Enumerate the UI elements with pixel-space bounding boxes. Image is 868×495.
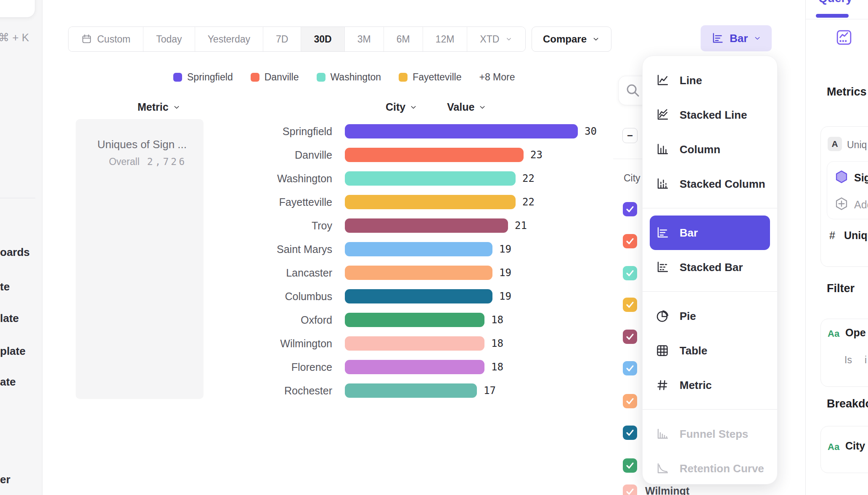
bar-value-label: 22 xyxy=(522,172,535,185)
city-checkbox[interactable] xyxy=(623,484,637,495)
legend-item-springfield[interactable]: Springfield xyxy=(173,72,233,83)
search-card[interactable] xyxy=(0,0,35,18)
bar-category-label: Springfield xyxy=(202,125,332,138)
sidebar-item-te[interactable]: te xyxy=(0,280,10,293)
date-range-segmented-control: CustomTodayYesterday7D30D3M6M12MXTD xyxy=(68,27,526,52)
bar-fayetteville[interactable] xyxy=(345,195,516,209)
event-card[interactable]: Sig Add xyxy=(827,161,868,219)
panel-divider xyxy=(806,19,868,19)
bar-troy[interactable] xyxy=(345,218,508,233)
bar-value-label: 30 xyxy=(585,125,597,138)
column-header-value[interactable]: Value xyxy=(447,101,487,113)
menu-item-stacked-bar[interactable]: Stacked Bar xyxy=(643,250,777,285)
range-3m[interactable]: 3M xyxy=(344,27,384,51)
filter-op: Is xyxy=(844,354,852,366)
menu-item-stacked-line[interactable]: Stacked Line xyxy=(643,98,777,132)
menu-item-column[interactable]: Column xyxy=(643,132,777,167)
sidebar-item-oards[interactable]: oards xyxy=(0,246,30,259)
compare-button[interactable]: Compare xyxy=(532,27,611,52)
add-event-icon[interactable] xyxy=(834,196,849,211)
range-label: 7D xyxy=(276,34,288,45)
bar-value-label: 19 xyxy=(499,290,511,303)
range-30d[interactable]: 30D xyxy=(301,27,344,51)
bar-oxford[interactable] xyxy=(345,313,484,327)
bar-value-label: 23 xyxy=(530,148,542,162)
range-custom[interactable]: Custom xyxy=(69,27,143,51)
menu-item-label: Funnel Steps xyxy=(680,428,748,441)
sidebar-item-plate[interactable]: plate xyxy=(0,345,26,358)
menu-item-table[interactable]: Table xyxy=(643,333,777,368)
city-checkbox[interactable] xyxy=(623,361,637,375)
city-checkbox[interactable] xyxy=(623,330,637,344)
tab-query[interactable]: Query xyxy=(818,0,852,5)
breakdown-heading: Breakdo xyxy=(827,397,868,410)
range-6m[interactable]: 6M xyxy=(384,27,423,51)
menu-item-label: Metric xyxy=(680,379,712,392)
range-yesterday[interactable]: Yesterday xyxy=(195,27,263,51)
legend-item-fayetteville[interactable]: Fayetteville xyxy=(399,72,461,83)
insights-chart-icon[interactable] xyxy=(836,29,852,45)
column-header-city[interactable]: City xyxy=(386,101,418,113)
sidebar-item-late[interactable]: late xyxy=(0,312,19,325)
city-checkbox[interactable] xyxy=(623,394,637,408)
bar-wilmington[interactable] xyxy=(345,336,484,351)
menu-separator xyxy=(643,208,777,208)
breakdown-card[interactable]: Aa City xyxy=(820,426,868,473)
search-icon xyxy=(625,82,641,99)
bar-value-label: 18 xyxy=(491,313,503,327)
menu-item-bar[interactable]: Bar xyxy=(650,216,770,250)
metric-overall-value: 2,726 xyxy=(147,156,187,167)
keyboard-shortcut-hint: ⌘ + K xyxy=(0,31,29,44)
bar-category-label: Oxford xyxy=(202,313,332,327)
chart-type-menu: LineStacked LineColumnStacked ColumnBarS… xyxy=(642,56,778,484)
bar-chart-icon xyxy=(654,226,670,240)
chart-type-button-label: Bar xyxy=(730,32,748,45)
legend-swatch xyxy=(173,73,182,82)
funnel-steps-icon xyxy=(654,427,670,441)
legend-label: Springfield xyxy=(187,72,233,83)
bar-lancaster[interactable] xyxy=(345,266,492,280)
city-checkbox[interactable] xyxy=(623,202,637,216)
range-7d[interactable]: 7D xyxy=(263,27,301,51)
metric-title: Uniques of Sign ... xyxy=(98,138,187,151)
menu-item-label: Stacked Line xyxy=(680,109,747,122)
menu-item-stacked-column[interactable]: Stacked Column xyxy=(643,167,777,201)
calendar-icon xyxy=(81,34,92,45)
select-all-checkbox[interactable]: − xyxy=(622,128,638,143)
chevron-down-icon xyxy=(409,103,418,112)
bar-springfield[interactable] xyxy=(345,124,578,138)
column-header-metric[interactable]: Metric xyxy=(138,101,181,113)
sidebar-item-ate[interactable]: ate xyxy=(0,375,16,389)
range-today[interactable]: Today xyxy=(143,27,194,51)
legend-item-washington[interactable]: Washington xyxy=(317,72,381,83)
city-checkbox[interactable] xyxy=(623,426,637,440)
range-12m[interactable]: 12M xyxy=(423,27,467,51)
bar-columbus[interactable] xyxy=(345,289,492,303)
range-label: 6M xyxy=(397,34,410,45)
bar-rochester[interactable] xyxy=(345,383,477,398)
legend-more[interactable]: +8 More xyxy=(479,72,515,83)
city-checkbox[interactable] xyxy=(623,234,637,248)
bar-value-label: 18 xyxy=(491,337,503,350)
bar-danville[interactable] xyxy=(345,148,524,162)
bar-washington[interactable] xyxy=(345,171,516,186)
metric-panel[interactable]: Uniques of Sign ... Overall 2,726 xyxy=(76,119,204,399)
bar-saint-marys[interactable] xyxy=(345,242,492,256)
bar-category-label: Columbus xyxy=(202,290,332,303)
city-checkbox[interactable] xyxy=(623,458,637,473)
legend-item-danville[interactable]: Danville xyxy=(251,72,299,83)
app-root: ⌘ + K oardstelateplateateer CustomTodayY… xyxy=(0,0,868,495)
filter-card[interactable]: Aa Ope Is i xyxy=(820,319,868,387)
range-xtd[interactable]: XTD xyxy=(467,27,525,51)
chart-legend: SpringfieldDanvilleWashingtonFayettevill… xyxy=(173,72,515,83)
city-checkbox[interactable] xyxy=(623,298,637,312)
city-group-label: City xyxy=(624,173,640,184)
metric-card[interactable]: A Uniq Sig Add # Uniqu xyxy=(820,126,868,267)
bar-florence[interactable] xyxy=(345,360,484,374)
menu-item-pie[interactable]: Pie xyxy=(643,299,777,333)
sidebar-item-er[interactable]: er xyxy=(0,473,11,486)
chart-type-button[interactable]: Bar xyxy=(701,25,772,51)
menu-item-metric[interactable]: Metric xyxy=(643,368,777,402)
city-checkbox[interactable] xyxy=(623,266,637,280)
menu-item-line[interactable]: Line xyxy=(643,63,777,98)
